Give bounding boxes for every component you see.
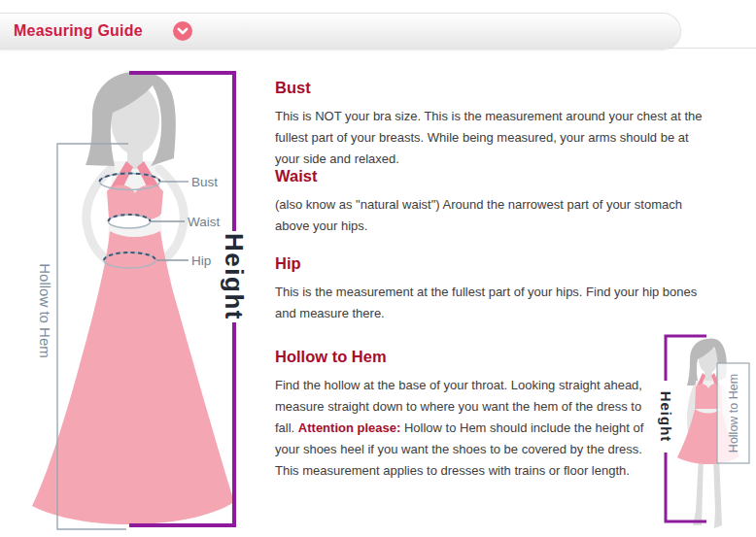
section-hip: Hip This is the measurement at the fulle…	[275, 254, 714, 324]
figure-left-arm	[86, 169, 111, 262]
section-bust: Bust This is NOT your bra size. This is …	[275, 79, 714, 170]
section-body-waist: (also know as "natural waist") Around th…	[275, 194, 714, 237]
small-height-label: Height	[658, 391, 674, 443]
chevron-down-icon[interactable]	[173, 21, 192, 41]
hollow-to-hem-label: Hollow to Hem	[37, 263, 53, 358]
small-figure-right-leg	[713, 456, 722, 528]
attention-label: Attention please:	[298, 420, 400, 435]
small-figure-neck	[704, 369, 712, 381]
small-figure-left-leg	[693, 456, 704, 525]
page-title: Measuring Guide	[14, 14, 143, 49]
section-hollow-to-hem: Hollow to Hem Find the hollow at the bas…	[275, 348, 656, 482]
section-body-hip: This is the measurement at the fullest p…	[275, 282, 714, 324]
measuring-guide-page: Measuring Guide	[0, 0, 756, 537]
waist-measure-line	[109, 215, 151, 228]
main-figure-illustration: Bust Waist Hip Hollow to Hem Height	[17, 56, 262, 537]
section-body-bust: This is NOT your bra size. This is the m…	[275, 106, 714, 170]
waist-label: Waist	[188, 215, 220, 229]
section-body-hollow-to-hem: Find the hollow at the base of your thro…	[275, 375, 656, 482]
section-heading-hollow-to-hem: Hollow to Hem	[275, 348, 656, 366]
dress-skirt	[32, 231, 234, 524]
section-waist: Waist (also know as "natural waist") Aro…	[275, 167, 714, 237]
section-heading-bust: Bust	[275, 79, 714, 97]
bust-label: Bust	[191, 175, 218, 189]
hip-label: Hip	[191, 253, 211, 268]
small-figure-illustration: Height Hollow to Hem	[634, 325, 756, 537]
section-heading-hip: Hip	[275, 254, 714, 273]
measuring-guide-header[interactable]: Measuring Guide	[0, 13, 681, 50]
height-label: Height	[220, 233, 249, 320]
section-heading-waist: Waist	[275, 167, 714, 185]
small-hollow-to-hem-label: Hollow to Hem	[727, 374, 740, 453]
